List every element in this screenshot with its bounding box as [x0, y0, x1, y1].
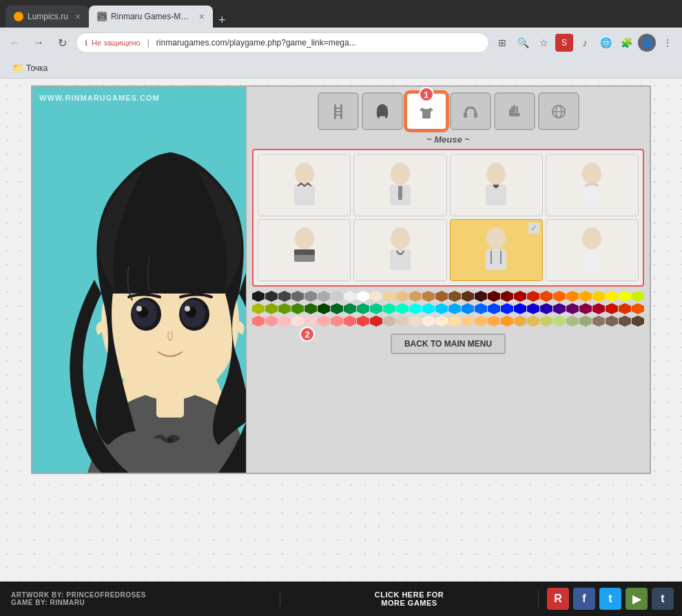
color-swatch[interactable]: [331, 291, 343, 302]
color-swatch[interactable]: [632, 303, 644, 314]
color-swatch[interactable]: [383, 291, 395, 302]
profile-icon[interactable]: 👤: [638, 34, 656, 52]
color-swatch[interactable]: [448, 303, 461, 314]
back-nav-button[interactable]: ←: [6, 33, 25, 52]
color-swatch[interactable]: [475, 316, 487, 327]
color-swatch[interactable]: [540, 291, 552, 302]
color-swatch[interactable]: [370, 303, 382, 314]
color-swatch[interactable]: [501, 316, 513, 327]
color-swatch[interactable]: [331, 316, 343, 327]
color-swatch[interactable]: [409, 316, 422, 327]
color-swatch[interactable]: [579, 316, 592, 327]
color-swatch[interactable]: [566, 291, 579, 302]
color-swatch[interactable]: [370, 291, 382, 302]
color-swatch[interactable]: [344, 291, 356, 302]
extensions-icon[interactable]: 🧩: [617, 34, 635, 52]
tab-bg-button[interactable]: [538, 92, 579, 130]
color-swatch[interactable]: [619, 291, 631, 302]
extension2-icon[interactable]: ♪: [576, 34, 594, 52]
color-swatch[interactable]: [462, 303, 474, 314]
color-swatch[interactable]: [488, 291, 500, 302]
menu-icon[interactable]: ⋮: [659, 34, 676, 52]
color-swatch[interactable]: [566, 303, 579, 314]
color-swatch[interactable]: [252, 316, 265, 327]
color-swatch[interactable]: [475, 291, 487, 302]
color-swatch[interactable]: [265, 291, 278, 302]
outfit-item-3[interactable]: [450, 154, 543, 216]
color-swatch[interactable]: [514, 291, 526, 302]
color-swatch[interactable]: [462, 316, 474, 327]
color-swatch[interactable]: [619, 316, 631, 327]
tab-body-button[interactable]: [318, 92, 359, 130]
youtube-icon[interactable]: ▶: [626, 588, 648, 610]
color-swatch[interactable]: [606, 303, 618, 314]
extension1-icon[interactable]: S: [555, 34, 573, 52]
color-swatch[interactable]: [409, 303, 422, 314]
color-swatch[interactable]: [566, 316, 579, 327]
color-swatch[interactable]: [396, 316, 409, 327]
color-swatch[interactable]: [514, 316, 526, 327]
outfit-item-7[interactable]: ✓: [450, 219, 543, 281]
outfit-item-1[interactable]: [258, 154, 351, 216]
outfit-item-5[interactable]: [258, 219, 351, 281]
color-swatch[interactable]: [396, 291, 409, 302]
address-bar[interactable]: ℹ Не защищено | rinmarugames.com/playgam…: [76, 32, 489, 53]
back-to-menu-button[interactable]: BACK TO MAIN MENU: [391, 333, 506, 354]
color-swatch[interactable]: [435, 291, 448, 302]
tab-outfit-button[interactable]: 1: [406, 92, 447, 130]
color-swatch[interactable]: [462, 291, 474, 302]
outfit-item-2[interactable]: [353, 154, 446, 216]
color-swatch[interactable]: [527, 316, 539, 327]
tab-close-lumpics[interactable]: ×: [75, 11, 81, 22]
color-swatch[interactable]: [291, 316, 304, 327]
color-swatch[interactable]: [488, 303, 500, 314]
color-swatch[interactable]: [592, 316, 605, 327]
color-swatch[interactable]: [553, 291, 566, 302]
twitter-icon[interactable]: t: [599, 588, 621, 610]
color-swatch[interactable]: [304, 303, 317, 314]
tab-close-rinmaru[interactable]: ×: [199, 11, 205, 22]
color-swatch[interactable]: [553, 316, 566, 327]
color-swatch[interactable]: [501, 303, 513, 314]
color-swatch[interactable]: [370, 316, 382, 327]
color-swatch[interactable]: [606, 291, 618, 302]
color-swatch[interactable]: [501, 291, 513, 302]
tab-lumpics[interactable]: Lumpics.ru ×: [6, 6, 89, 28]
bookmark-tochka[interactable]: 📁 Точка: [8, 61, 52, 74]
color-swatch[interactable]: [540, 316, 552, 327]
color-swatch[interactable]: [448, 291, 461, 302]
color-swatch[interactable]: [619, 303, 631, 314]
color-swatch[interactable]: [318, 316, 330, 327]
tab-pose-button[interactable]: [494, 92, 535, 130]
color-swatch[interactable]: [278, 303, 291, 314]
color-swatch[interactable]: [318, 291, 330, 302]
color-swatch[interactable]: [383, 303, 395, 314]
color-swatch[interactable]: [632, 316, 644, 327]
tab-accessories-button[interactable]: [450, 92, 491, 130]
color-swatch[interactable]: [606, 316, 618, 327]
footer-click-area[interactable]: CLICK HERE FORMORE GAMES: [280, 591, 539, 607]
color-swatch[interactable]: [357, 316, 369, 327]
color-swatch[interactable]: [475, 303, 487, 314]
color-swatch[interactable]: [278, 316, 291, 327]
tumblr-icon[interactable]: t: [652, 588, 674, 610]
color-swatch[interactable]: [422, 291, 435, 302]
color-swatch[interactable]: [553, 303, 566, 314]
search-icon[interactable]: 🔍: [514, 34, 532, 52]
color-swatch[interactable]: [527, 303, 539, 314]
color-swatch[interactable]: [592, 291, 605, 302]
color-swatch[interactable]: [488, 316, 500, 327]
color-swatch[interactable]: [540, 303, 552, 314]
color-swatch[interactable]: [318, 303, 330, 314]
color-swatch[interactable]: [265, 303, 278, 314]
color-swatch[interactable]: [357, 291, 369, 302]
color-swatch[interactable]: [291, 303, 304, 314]
color-swatch[interactable]: [357, 303, 369, 314]
color-swatch[interactable]: [304, 291, 317, 302]
tab-rinmaru[interactable]: 🎮 Rinmaru Games-Mega Anime Av... ×: [89, 6, 213, 28]
color-swatch[interactable]: [422, 316, 435, 327]
color-swatch[interactable]: [422, 303, 435, 314]
color-swatch[interactable]: [579, 303, 592, 314]
color-swatch[interactable]: [435, 303, 448, 314]
color-swatch[interactable]: [579, 291, 592, 302]
